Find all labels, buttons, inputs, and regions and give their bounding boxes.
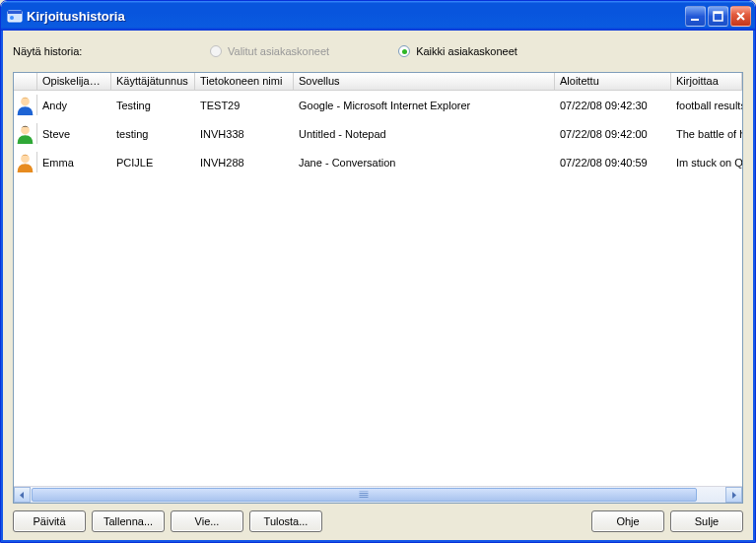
scroll-left-button[interactable] [14,487,31,503]
cell-app: Untitled - Notepad [294,128,555,140]
column-header-pc[interactable]: Tietokoneen nimi [195,73,294,90]
cell-app: Google - Microsoft Internet Explorer [294,100,555,111]
column-header-started[interactable]: Aloitettu [555,73,671,90]
close-button[interactable] [730,6,751,27]
cell-pc: INVH288 [195,157,294,169]
cell-login: Testing [111,100,195,111]
cell-started: 07/22/08 09:42:30 [555,100,671,111]
horizontal-scrollbar[interactable] [14,486,742,503]
export-button[interactable]: Vie... [171,510,243,532]
cell-login: testing [111,128,195,140]
filter-label: Näytä historia: [13,45,210,57]
client-area: Näytä historia: Valitut asiakaskoneet Ka… [1,31,755,542]
avatar [14,95,37,115]
avatar [14,123,37,144]
close-button-bottom[interactable]: Sulje [670,510,743,532]
column-header-app[interactable]: Sovellus [294,73,555,90]
filter-row: Näytä historia: Valitut asiakaskoneet Ka… [13,38,743,64]
column-header-name[interactable]: Opiskelijan nimi [37,73,111,90]
cell-started: 07/22/08 09:42:00 [555,128,671,140]
cell-typing: football results [671,100,742,111]
cell-app: Jane - Conversation [294,157,555,169]
scroll-track[interactable] [31,487,725,503]
column-header-icon[interactable] [14,73,37,90]
cell-name: Steve [37,128,111,140]
avatar [14,152,37,172]
svg-point-2 [10,16,14,20]
column-header-login[interactable]: Käyttäjätunnus [111,73,195,90]
rows-area: Andy Testing TEST29 Google - Microsoft I… [14,91,742,486]
cell-name: Emma [37,157,111,169]
radio-all-clients[interactable]: Kaikki asiakaskoneet [398,45,517,57]
cell-started: 07/22/08 09:40:59 [555,157,671,169]
table-row[interactable]: Emma PCIJLE INVH288 Jane - Conversation … [14,148,742,176]
svg-rect-3 [691,19,699,21]
button-bar: Päivitä Tallenna... Vie... Tulosta... Oh… [13,510,743,532]
window-frame: Kirjoitushistoria Näytä historia: Valitu… [0,0,756,543]
radio-label: Valitut asiakaskoneet [228,45,329,57]
cell-pc: TEST29 [195,100,294,111]
cell-typing: Im stuck on Q4, can u help? [671,157,742,169]
refresh-button[interactable]: Päivitä [13,510,86,532]
print-button[interactable]: Tulosta... [249,510,322,532]
column-header-row: Opiskelijan nimi Käyttäjätunnus Tietokon… [14,73,742,91]
listview: Opiskelijan nimi Käyttäjätunnus Tietokon… [13,72,743,504]
radio-icon [210,45,222,57]
minimize-button[interactable] [685,6,706,27]
save-button[interactable]: Tallenna... [92,510,165,532]
radio-icon [398,45,410,57]
cell-pc: INVH338 [195,128,294,140]
window-controls [685,6,751,27]
radio-label: Kaikki asiakaskoneet [416,45,517,57]
maximize-button[interactable] [708,6,728,27]
cell-login: PCIJLE [111,157,195,169]
table-row[interactable]: Andy Testing TEST29 Google - Microsoft I… [14,91,742,119]
cell-name: Andy [37,100,111,111]
help-button[interactable]: Ohje [591,510,664,532]
app-icon [7,8,23,24]
radio-selected-clients: Valitut asiakaskoneet [210,45,329,57]
svg-rect-1 [8,11,22,14]
scroll-right-button[interactable] [725,487,742,503]
window-title: Kirjoitushistoria [27,9,685,24]
scroll-thumb[interactable] [32,488,697,502]
table-row[interactable]: Steve testing INVH338 Untitled - Notepad… [14,119,742,148]
column-header-typing[interactable]: Kirjoittaa [671,73,742,90]
svg-rect-5 [714,12,722,14]
cell-typing: The battle of hastings began in 1066 w [671,128,742,140]
titlebar[interactable]: Kirjoitushistoria [1,1,755,31]
